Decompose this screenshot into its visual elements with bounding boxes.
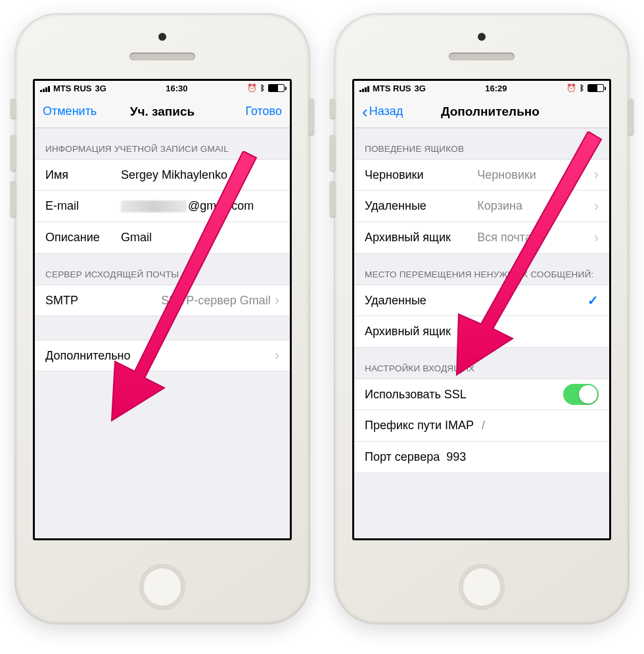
advanced-label: Дополнительно	[45, 349, 271, 363]
carrier-label: MTS RUS	[53, 83, 92, 93]
home-button[interactable]	[459, 564, 505, 610]
section-boxes-header: ПОВЕДЕНИЕ ЯЩИКОВ	[354, 128, 609, 159]
cell-move-archive[interactable]: Архивный ящик	[354, 316, 609, 348]
clock: 16:30	[166, 83, 187, 93]
nav-title: Дополнительно	[415, 105, 540, 119]
deleted-value: Корзина	[477, 199, 589, 213]
archive-label: Архивный ящик	[365, 231, 477, 245]
move-deleted-label: Удаленные	[365, 294, 587, 308]
nav-bar: Отменить Уч. запись Готово	[35, 95, 290, 128]
section-incoming-header: НАСТРОЙКИ ВХОДЯЩИХ	[354, 348, 609, 379]
carrier-label: MTS RUS	[373, 83, 411, 93]
battery-icon	[587, 84, 604, 92]
drafts-value: Черновики	[477, 168, 589, 182]
imap-value: /	[482, 419, 599, 432]
name-label: Имя	[45, 168, 121, 182]
chevron-right-icon: ›	[594, 198, 599, 215]
section-move-header: МЕСТО ПЕРЕМЕЩЕНИЯ НЕНУЖНЫХ СООБЩЕНИЙ:	[354, 254, 609, 285]
smtp-value: SMTP-сервер Gmail	[91, 294, 271, 308]
status-bar: MTS RUS 3G 16:30 ⏰ ᛒ	[35, 81, 290, 95]
alarm-icon: ⏰	[247, 83, 257, 93]
email-value: @gmail.com	[121, 199, 279, 213]
check-icon: ✓	[587, 292, 599, 308]
cell-imap-prefix[interactable]: Префикс пути IMAP /	[354, 410, 609, 442]
port-label: Порт сервера	[365, 450, 440, 464]
home-button[interactable]	[139, 564, 185, 610]
signal-icon	[40, 85, 50, 92]
screen-right: MTS RUS 3G 16:29 ⏰ ᛒ ‹ Назад Дополнитель…	[352, 79, 611, 540]
cell-deleted[interactable]: Удаленные Корзина ›	[354, 191, 609, 222]
drafts-label: Черновики	[365, 168, 477, 182]
bluetooth-icon: ᛒ	[260, 83, 265, 93]
cancel-button[interactable]: Отменить	[43, 105, 97, 118]
network-label: 3G	[95, 83, 106, 93]
cell-ssl[interactable]: Использовать SSL	[354, 379, 609, 410]
cell-description[interactable]: Описание Gmail	[35, 222, 290, 254]
imap-label: Префикс пути IMAP	[365, 419, 482, 432]
cell-archive[interactable]: Архивный ящик Вся почта ›	[354, 222, 609, 254]
cell-drafts[interactable]: Черновики Черновики ›	[354, 159, 609, 191]
signal-icon	[359, 85, 369, 92]
port-value: 993	[446, 450, 599, 464]
deleted-label: Удаленные	[365, 199, 477, 213]
phone-right: MTS RUS 3G 16:29 ⏰ ᛒ ‹ Назад Дополнитель…	[334, 13, 630, 624]
clock: 16:29	[485, 83, 507, 93]
done-button[interactable]: Готово	[245, 105, 282, 118]
battery-icon	[268, 84, 285, 92]
name-value: Sergey Mikhaylenko	[121, 168, 279, 182]
cell-port[interactable]: Порт сервера 993	[354, 442, 609, 473]
move-archive-label: Архивный ящик	[365, 325, 599, 339]
description-label: Описание	[45, 231, 121, 245]
alarm-icon: ⏰	[566, 83, 576, 93]
cell-name[interactable]: Имя Sergey Mikhaylenko	[35, 159, 290, 191]
screen-left: MTS RUS 3G 16:30 ⏰ ᛒ Отменить Уч. запись…	[33, 79, 292, 540]
nav-bar: ‹ Назад Дополнительно	[354, 95, 609, 128]
ssl-label: Использовать SSL	[365, 388, 563, 402]
chevron-right-icon: ›	[275, 347, 279, 364]
cell-move-deleted[interactable]: Удаленные ✓	[354, 285, 609, 316]
section-account-header: ИНФОРМАЦИЯ УЧЕТНОЙ ЗАПИСИ GMAIL	[35, 128, 290, 159]
phone-left: MTS RUS 3G 16:30 ⏰ ᛒ Отменить Уч. запись…	[14, 13, 310, 624]
cell-email[interactable]: E-mail @gmail.com	[35, 191, 290, 222]
email-label: E-mail	[45, 199, 121, 213]
description-value: Gmail	[121, 231, 279, 245]
network-label: 3G	[415, 83, 426, 93]
status-bar: MTS RUS 3G 16:29 ⏰ ᛒ	[354, 81, 609, 95]
chevron-right-icon: ›	[594, 229, 599, 246]
back-button[interactable]: ‹ Назад	[362, 105, 403, 118]
ssl-toggle[interactable]	[563, 384, 599, 405]
bluetooth-icon: ᛒ	[580, 83, 584, 93]
archive-value: Вся почта	[477, 231, 589, 245]
email-redacted	[121, 200, 187, 212]
chevron-right-icon: ›	[275, 292, 279, 309]
cell-advanced[interactable]: Дополнительно ›	[35, 340, 290, 371]
smtp-label: SMTP	[45, 294, 91, 308]
section-smtp-header: СЕРВЕР ИСХОДЯЩЕЙ ПОЧТЫ	[35, 254, 290, 285]
chevron-right-icon: ›	[594, 166, 599, 183]
cell-smtp[interactable]: SMTP SMTP-сервер Gmail ›	[35, 285, 290, 316]
